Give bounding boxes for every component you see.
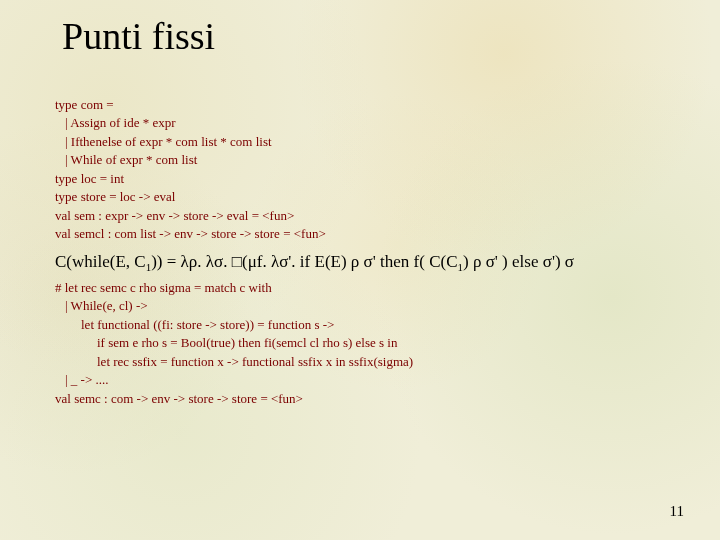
code-line: type com = [55, 96, 326, 114]
code-block-2: # let rec semc c rho sigma = match c wit… [55, 279, 413, 408]
slide-title: Punti fissi [62, 14, 215, 58]
code-line: | While of expr * com list [55, 151, 326, 169]
formula-line: C(while(E, C1)) = λρ. λσ. □(μf. λσ'. if … [55, 252, 574, 273]
code-line: type loc = int [55, 170, 326, 188]
formula-part: C(while(E, C [55, 252, 146, 271]
formula-part: ) ρ σ' ) else σ') σ [463, 252, 574, 271]
code-line: if sem e rho s = Bool(true) then fi(semc… [55, 334, 413, 352]
code-line: let functional ((fi: store -> store)) = … [55, 316, 413, 334]
code-line: val sem : expr -> env -> store -> eval =… [55, 207, 326, 225]
code-line: | _ -> .... [55, 371, 413, 389]
code-line: val semc : com -> env -> store -> store … [55, 390, 413, 408]
code-line: type store = loc -> eval [55, 188, 326, 206]
code-line: | Ifthenelse of expr * com list * com li… [55, 133, 326, 151]
code-line: | Assign of ide * expr [55, 114, 326, 132]
page-number: 11 [670, 503, 684, 520]
code-line: let rec ssfix = function x -> functional… [55, 353, 413, 371]
code-block-1: type com = | Assign of ide * expr | Ifth… [55, 96, 326, 244]
formula-part: )) = λρ. λσ. □(μf. λσ'. if E(E) ρ σ' the… [151, 252, 457, 271]
code-line: # let rec semc c rho sigma = match c wit… [55, 279, 413, 297]
code-line: val semcl : com list -> env -> store -> … [55, 225, 326, 243]
code-line: | While(e, cl) -> [55, 297, 413, 315]
